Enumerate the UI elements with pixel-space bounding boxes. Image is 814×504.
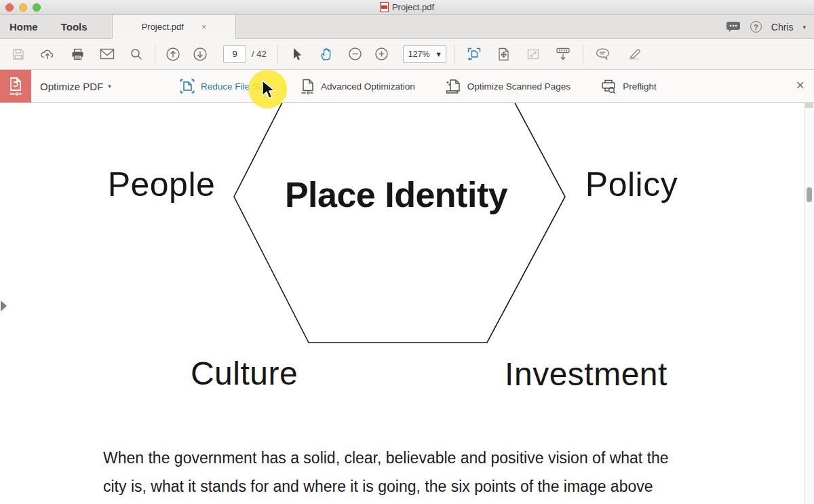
email-icon	[100, 48, 115, 60]
toolbar-separator	[277, 45, 278, 64]
reduce-file-size-icon	[179, 78, 195, 94]
zoom-level-value: 127%	[408, 50, 430, 59]
share-button[interactable]	[33, 42, 62, 66]
navigation-pane-toggle[interactable]	[1, 301, 7, 311]
tab-document-label: Project.pdf	[142, 22, 184, 32]
pointer-icon	[290, 47, 303, 61]
hide-toolbar-button[interactable]	[547, 42, 579, 66]
fit-width-button[interactable]	[459, 42, 489, 66]
user-menu[interactable]: Chris	[771, 22, 794, 33]
select-tool-button[interactable]	[282, 42, 311, 66]
diagram-label-investment: Investment	[505, 355, 667, 393]
user-caret-icon[interactable]: ▾	[802, 24, 806, 31]
hand-tool-icon	[319, 47, 334, 62]
email-button[interactable]	[92, 42, 122, 66]
tab-home[interactable]: Home	[9, 21, 38, 33]
zoom-level-select[interactable]: 127% ▾	[403, 45, 446, 63]
zoom-in-button[interactable]	[369, 42, 395, 66]
optimize-pdf-caret-icon: ▾	[108, 83, 111, 90]
main-toolbar: / 42 127% ▾	[0, 39, 814, 70]
optimize-pdf-menu[interactable]: Optimize PDF ▾	[40, 81, 111, 92]
print-icon	[71, 47, 85, 61]
comment-bubble-icon	[595, 47, 610, 61]
hide-toolbar-icon	[555, 47, 571, 62]
page-total-label: / 42	[252, 49, 267, 59]
scrollbar-thumb[interactable]	[807, 187, 812, 202]
diagram-label-people: People	[108, 165, 216, 204]
mouse-cursor-icon	[261, 79, 275, 100]
next-page-button[interactable]	[187, 42, 214, 66]
tab-close-icon[interactable]: ×	[201, 22, 207, 31]
search-button[interactable]	[122, 42, 151, 66]
optimize-pdf-label: Optimize PDF	[40, 81, 103, 92]
page-number-input[interactable]	[223, 45, 246, 63]
hand-tool-button[interactable]	[311, 42, 342, 66]
fullscreen-button[interactable]	[519, 42, 547, 66]
save-button[interactable]	[4, 42, 33, 66]
preflight-label: Preflight	[623, 81, 657, 92]
zoom-caret-icon: ▾	[436, 49, 440, 59]
pdf-file-icon	[380, 2, 389, 12]
titlebar: Project.pdf	[0, 0, 814, 15]
window-title-group: Project.pdf	[380, 2, 434, 12]
tabbar-right-group: ? Chris ▾	[726, 15, 806, 39]
optimize-scanned-pages-label: Optimize Scanned Pages	[467, 81, 570, 92]
close-window-button[interactable]	[5, 3, 14, 12]
body-paragraph: When the government has a solid, clear, …	[103, 444, 714, 501]
zoom-out-button[interactable]	[342, 42, 369, 66]
cloud-upload-icon	[40, 47, 55, 61]
scrollbar-top-cap	[805, 103, 813, 108]
previous-page-button[interactable]	[159, 42, 187, 66]
toolbar-separator	[583, 45, 583, 64]
diagram-label-culture: Culture	[191, 355, 298, 392]
page-down-icon	[193, 47, 208, 62]
feedback-bubble-icon[interactable]	[726, 21, 741, 33]
acrobat-window: Project.pdf Home Tools Project.pdf × ? C…	[0, 0, 814, 504]
optimize-scanned-pages-icon	[445, 78, 462, 95]
fullscreen-icon	[526, 47, 540, 61]
search-icon	[130, 47, 143, 61]
highlighter-icon	[625, 47, 642, 61]
zoom-out-icon	[348, 47, 362, 61]
page-up-icon	[166, 47, 180, 62]
advanced-optimization-button[interactable]: Advanced Optimization	[300, 78, 415, 95]
advanced-optimization-label: Advanced Optimization	[321, 81, 415, 92]
fit-page-button[interactable]	[489, 42, 519, 66]
help-icon[interactable]: ?	[750, 21, 762, 33]
close-optimize-bar-icon[interactable]: ×	[796, 78, 805, 93]
comment-button[interactable]	[587, 42, 619, 66]
optimize-pdf-glyph-icon	[6, 75, 25, 97]
optimize-pdf-tool-icon	[0, 70, 31, 102]
maximize-window-button[interactable]	[33, 3, 41, 12]
zoom-in-icon	[374, 47, 389, 61]
window-title: Project.pdf	[392, 2, 434, 12]
fit-width-icon	[467, 47, 482, 62]
traffic-lights	[5, 3, 41, 12]
optimize-pdf-toolbar: Optimize PDF ▾ Reduce File Size Advanced…	[0, 70, 814, 103]
tab-document[interactable]: Project.pdf ×	[112, 15, 236, 39]
preflight-button[interactable]: Preflight	[600, 79, 657, 94]
paragraph-line-1: When the government has a solid, clear, …	[103, 444, 714, 473]
tab-tools[interactable]: Tools	[61, 21, 88, 33]
print-button[interactable]	[62, 42, 92, 66]
vertical-scrollbar[interactable]	[805, 103, 814, 504]
advanced-optimization-icon	[300, 78, 315, 95]
highlight-button[interactable]	[619, 42, 648, 66]
toolbar-separator	[454, 45, 455, 64]
diagram-title-place-identity: Place Identity	[285, 174, 507, 215]
paragraph-line-2: city is, what it stands for and where it…	[103, 473, 714, 501]
pdf-page[interactable]: People Place Identity Policy Culture Inv…	[0, 103, 814, 504]
toolbar-separator	[155, 45, 155, 64]
optimize-scanned-pages-button[interactable]: Optimize Scanned Pages	[445, 78, 570, 95]
nav-tabs: Home Tools	[9, 15, 88, 39]
tab-bar: Home Tools Project.pdf × ? Chris ▾	[0, 15, 814, 39]
preflight-icon	[600, 79, 617, 94]
save-icon	[12, 47, 25, 61]
diagram-label-policy: Policy	[585, 165, 678, 204]
fit-page-icon	[497, 47, 511, 62]
minimize-window-button[interactable]	[19, 3, 27, 12]
